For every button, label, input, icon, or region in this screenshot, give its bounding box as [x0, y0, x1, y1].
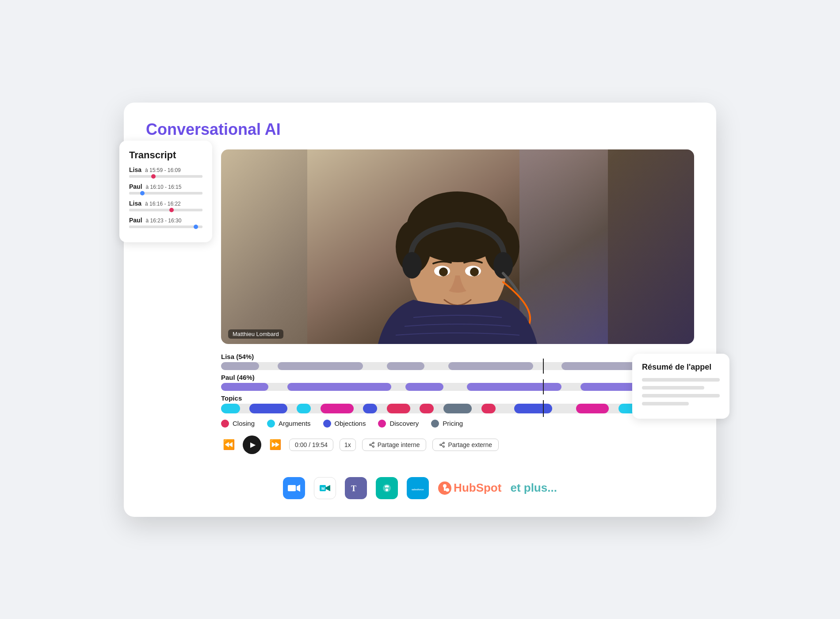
salesforce-svg: salesforce: [411, 483, 424, 493]
play-button[interactable]: ▶: [243, 436, 261, 454]
topic-seg-10: [514, 404, 552, 413]
svg-point-13: [470, 267, 479, 276]
topic-seg-9: [481, 404, 496, 413]
paul-seg-3: [405, 383, 443, 391]
page-title: Conversational AI: [146, 120, 694, 139]
svg-text:M: M: [321, 486, 325, 491]
legend: Closing Arguments Objections Discov: [221, 420, 694, 428]
topic-seg-6: [387, 404, 411, 413]
svg-rect-1: [519, 149, 608, 344]
share-internal-button[interactable]: Partage interne: [362, 439, 427, 451]
zoom-icon[interactable]: [283, 477, 305, 499]
legend-pricing: Pricing: [431, 420, 463, 428]
time-2: à 16:10 - 16:15: [146, 184, 182, 190]
topic-seg-5: [363, 404, 377, 413]
et-plus-text: et plus...: [510, 481, 557, 495]
pricing-label: Pricing: [443, 420, 463, 427]
arguments-dot: [267, 420, 275, 428]
bar-4: [129, 225, 202, 228]
resume-line-4: [642, 402, 689, 405]
dot-4: [194, 225, 198, 229]
svg-point-35: [443, 484, 447, 488]
integrations-bar: M T salesforce: [146, 468, 694, 499]
svg-point-24: [443, 446, 445, 447]
speaker-4: Paul: [129, 217, 142, 224]
google-meet-icon[interactable]: M: [314, 477, 336, 499]
resume-line-3: [642, 394, 720, 397]
topic-seg-8: [443, 404, 472, 413]
transcript-entry-4: Paul à 16:23 - 16:30: [129, 217, 202, 228]
svg-line-20: [371, 445, 373, 446]
bar-2: [129, 192, 202, 195]
transcript-title: Transcript: [129, 149, 202, 161]
legend-arguments: Arguments: [267, 420, 311, 428]
svg-point-32: [386, 489, 388, 491]
svg-point-23: [440, 444, 442, 446]
speed-button[interactable]: 1x: [340, 439, 356, 451]
pricing-dot: [431, 420, 439, 428]
speaker-2: Paul: [129, 183, 142, 190]
time-1: à 15:59 - 16:09: [145, 167, 181, 173]
time-4: à 16:23 - 16:30: [146, 218, 182, 224]
discovery-label: Discovery: [389, 420, 419, 427]
lisa-track[interactable]: [221, 362, 694, 370]
paul-seg-5: [519, 383, 561, 391]
resume-line-1: [642, 378, 720, 382]
dot-3: [169, 208, 174, 212]
page-wrapper: Conversational AI Transcript Lisa à 15:5…: [0, 0, 840, 619]
dot-1: [151, 174, 156, 179]
transcript-entry-3: Lisa à 16:16 - 16:22: [129, 200, 202, 211]
topic-seg-4: [321, 404, 354, 413]
aircall-icon[interactable]: [376, 477, 398, 499]
aircall-svg: [380, 481, 393, 495]
video-illustration: [221, 149, 694, 344]
topic-seg-11: [576, 404, 609, 413]
teams-svg: T: [349, 481, 363, 495]
svg-point-14: [402, 252, 422, 279]
video-name-tag: Matthieu Lombard: [228, 329, 283, 339]
salesforce-icon[interactable]: salesforce: [407, 477, 429, 499]
time-3: à 16:16 - 16:22: [145, 201, 181, 207]
legend-objections: Objections: [323, 420, 366, 428]
svg-point-8: [409, 203, 453, 242]
svg-point-19: [373, 446, 374, 447]
main-card: Conversational AI Transcript Lisa à 15:5…: [124, 103, 716, 517]
time-display: 0:00 / 19:54: [289, 439, 333, 451]
video-section: Matthieu Lombard Lisa (54%): [221, 149, 694, 454]
share-icon-1: [369, 442, 375, 448]
svg-text:salesforce: salesforce: [412, 488, 424, 491]
lisa-seg-1: [221, 362, 259, 370]
svg-point-17: [373, 442, 374, 444]
resume-card: Résumé de l'appel: [632, 354, 729, 419]
svg-line-25: [441, 445, 443, 446]
cursor-line-paul: [543, 379, 544, 394]
svg-text:T: T: [351, 484, 356, 493]
playback-controls: ⏪ ▶ ⏩ 0:00 / 19:54 1x Partage interne: [221, 436, 694, 454]
teams-icon[interactable]: T: [345, 477, 367, 499]
arguments-label: Arguments: [279, 420, 311, 427]
paul-track[interactable]: [221, 383, 694, 391]
speaker-1: Lisa: [129, 166, 141, 173]
cursor-line-topics: [543, 400, 544, 417]
share-external-label: Partage externe: [448, 441, 492, 448]
video-player[interactable]: Matthieu Lombard: [221, 149, 694, 344]
share-icon-2: [439, 442, 445, 448]
lisa-seg-4: [448, 362, 534, 370]
legend-discovery: Discovery: [378, 420, 419, 428]
legend-closing: Closing: [221, 420, 255, 428]
topic-seg-7: [420, 404, 434, 413]
resume-line-2: [642, 386, 704, 390]
hubspot-text: HubSpot: [454, 481, 501, 495]
share-external-button[interactable]: Partage externe: [432, 439, 499, 451]
paul-row: Paul (46%): [221, 374, 694, 391]
rewind-button[interactable]: ⏪: [221, 437, 237, 452]
cursor-line-lisa: [543, 359, 544, 374]
svg-rect-36: [444, 487, 446, 491]
hubspot-logo[interactable]: HubSpot: [438, 481, 501, 495]
closing-label: Closing: [233, 420, 255, 427]
speaker-3: Lisa: [129, 200, 141, 207]
topic-seg-2: [249, 404, 287, 413]
topics-track[interactable]: [221, 404, 694, 413]
topics-label: Topics: [221, 394, 694, 402]
fast-forward-button[interactable]: ⏩: [267, 437, 283, 452]
